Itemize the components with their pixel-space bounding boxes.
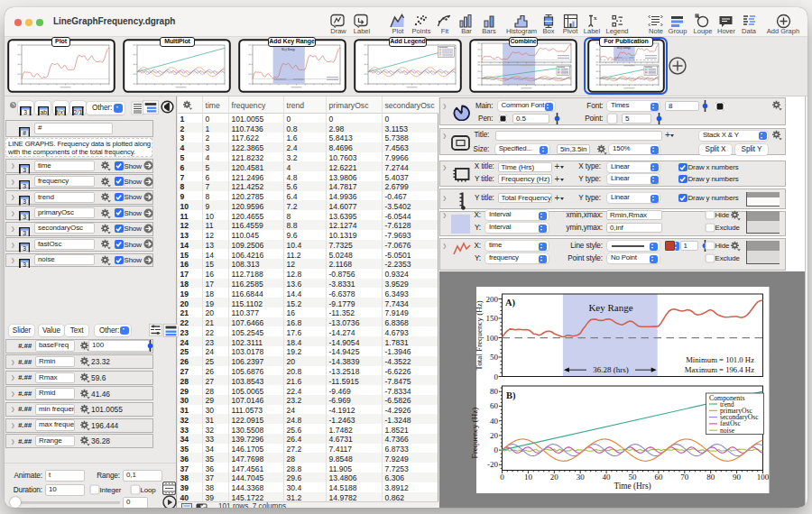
svg-text:80: 80 xyxy=(706,473,715,482)
svg-text:100: 100 xyxy=(757,473,770,482)
svg-text:0: 0 xyxy=(494,372,499,381)
svg-text:#: # xyxy=(23,130,26,136)
svg-text:200: 200 xyxy=(486,295,499,304)
svg-text:3: 3 xyxy=(23,167,26,173)
svg-text:Key Range: Key Range xyxy=(281,48,296,51)
svg-text:30: 30 xyxy=(577,473,586,482)
svg-text:60: 60 xyxy=(490,401,499,410)
svg-text:40: 40 xyxy=(490,417,499,426)
svg-text:Time (Hrs): Time (Hrs) xyxy=(614,482,651,491)
svg-text:Minimum = 101.0 Hz: Minimum = 101.0 Hz xyxy=(686,355,754,364)
svg-text:50: 50 xyxy=(629,473,638,482)
svg-text:noise: noise xyxy=(720,427,735,435)
svg-text:50: 50 xyxy=(490,353,499,362)
svg-text:3: 3 xyxy=(23,215,26,221)
svg-text:36.28 (hrs): 36.28 (hrs) xyxy=(593,365,629,374)
svg-text:3: 3 xyxy=(23,246,26,252)
svg-text:Key Range: Key Range xyxy=(588,302,632,313)
svg-text:3: 3 xyxy=(23,230,26,236)
svg-text:Frequency (Hz): Frequency (Hz) xyxy=(470,408,479,459)
svg-text:150: 150 xyxy=(486,314,499,323)
svg-text:Maximum = 196.4 Hz: Maximum = 196.4 Hz xyxy=(685,365,754,374)
svg-text:60: 60 xyxy=(654,473,663,482)
svg-text:f(x): f(x) xyxy=(56,109,65,115)
svg-text:x: x xyxy=(594,14,597,22)
svg-text:20: 20 xyxy=(550,473,559,482)
svg-text:80: 80 xyxy=(490,387,499,396)
svg-text:ab: ab xyxy=(40,109,47,115)
svg-text:3: 3 xyxy=(23,183,26,189)
svg-text:20: 20 xyxy=(490,431,499,440)
svg-text:-20: -20 xyxy=(487,460,498,469)
svg-text:90: 90 xyxy=(733,473,742,482)
svg-text:3: 3 xyxy=(23,262,26,268)
svg-text:Total Frequency (Hz): Total Frequency (Hz) xyxy=(475,300,484,370)
svg-text:3: 3 xyxy=(24,109,28,115)
svg-text:40: 40 xyxy=(603,473,612,482)
svg-text:10: 10 xyxy=(524,473,533,482)
svg-text:0: 0 xyxy=(500,473,504,482)
svg-text:B): B) xyxy=(506,390,516,401)
svg-text:0: 0 xyxy=(494,445,499,454)
svg-text:70: 70 xyxy=(680,473,689,482)
svg-text:3: 3 xyxy=(23,198,26,205)
svg-text:2/1: 2/1 xyxy=(74,109,83,115)
svg-text:A): A) xyxy=(505,298,516,308)
svg-text:100: 100 xyxy=(486,334,499,343)
